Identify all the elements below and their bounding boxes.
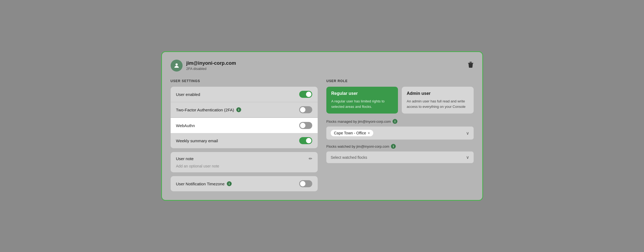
regular-user-title: Regular user bbox=[331, 91, 393, 96]
note-placeholder: Add an optional user note bbox=[176, 164, 313, 168]
two-factor-label: Two-Factor Authentication (2FA) i bbox=[176, 107, 241, 112]
flocks-managed-info-icon[interactable]: i bbox=[393, 119, 397, 124]
flocks-watched-section: Flocks watched by jim@inyoni-corp.com i … bbox=[326, 144, 474, 163]
left-panel: USER SETTINGS User enabled Two-Factor Au… bbox=[171, 79, 318, 191]
webauthn-toggle[interactable] bbox=[299, 122, 312, 129]
toggle-knob bbox=[300, 123, 305, 128]
right-panel: USER ROLE Regular user A regular user ha… bbox=[326, 79, 474, 191]
admin-user-desc: An admin user has full read and write ac… bbox=[407, 99, 468, 109]
timezone-label: User Notification Timezone i bbox=[176, 181, 232, 186]
two-factor-info-icon[interactable]: i bbox=[236, 107, 241, 112]
main-content: USER SETTINGS User enabled Two-Factor Au… bbox=[171, 79, 474, 191]
avatar bbox=[171, 60, 183, 72]
flocks-watched-placeholder: Select watched flocks bbox=[331, 155, 367, 160]
webauthn-row: WebAuthn bbox=[171, 118, 318, 133]
timezone-info-icon[interactable]: i bbox=[227, 181, 232, 186]
svg-rect-2 bbox=[470, 62, 472, 63]
flocks-watched-label: Flocks watched by jim@inyoni-corp.com i bbox=[326, 144, 474, 149]
user-enabled-toggle[interactable] bbox=[299, 91, 312, 98]
weekly-email-row: Weekly summary email bbox=[171, 133, 318, 148]
user-email: jim@inyoni-corp.com bbox=[186, 60, 236, 66]
timezone-card: User Notification Timezone i bbox=[171, 176, 318, 191]
note-header: User note ✏ bbox=[176, 156, 313, 161]
flocks-watched-dropdown[interactable]: Select watched flocks ∨ bbox=[326, 151, 474, 163]
flocks-managed-tags: Cape Town - Office × bbox=[331, 130, 373, 136]
user-enabled-row: User enabled bbox=[171, 87, 318, 102]
main-window: jim@inyoni-corp.com 2FA disabled USER SE… bbox=[161, 51, 483, 201]
note-label: User note bbox=[176, 156, 194, 161]
flocks-managed-chevron-icon: ∨ bbox=[466, 131, 469, 136]
settings-card: User enabled Two-Factor Authentication (… bbox=[171, 87, 318, 148]
admin-user-card[interactable]: Admin user An admin user has full read a… bbox=[402, 87, 473, 114]
user-settings-title: USER SETTINGS bbox=[171, 79, 318, 83]
flocks-watched-chevron-icon: ∨ bbox=[466, 155, 469, 160]
weekly-email-label: Weekly summary email bbox=[176, 138, 218, 143]
weekly-email-toggle[interactable] bbox=[299, 137, 312, 144]
regular-user-desc: A regular user has limited rights to sel… bbox=[331, 99, 393, 109]
twofa-status: 2FA disabled bbox=[186, 67, 236, 71]
user-role-title: USER ROLE bbox=[326, 79, 474, 83]
header-left: jim@inyoni-corp.com 2FA disabled bbox=[171, 60, 236, 72]
flocks-managed-label: Flocks managed by jim@inyoni-corp.com i bbox=[326, 119, 474, 124]
header: jim@inyoni-corp.com 2FA disabled bbox=[171, 60, 474, 72]
user-enabled-label: User enabled bbox=[176, 92, 200, 97]
toggle-knob bbox=[300, 107, 305, 112]
user-info: jim@inyoni-corp.com 2FA disabled bbox=[186, 60, 236, 71]
svg-rect-1 bbox=[468, 63, 473, 63]
flocks-managed-section: Flocks managed by jim@inyoni-corp.com i … bbox=[326, 119, 474, 140]
delete-user-button[interactable] bbox=[468, 62, 474, 70]
edit-note-icon[interactable]: ✏ bbox=[309, 156, 312, 161]
flock-tag-label: Cape Town - Office bbox=[334, 131, 366, 135]
timezone-toggle[interactable] bbox=[299, 180, 312, 187]
toggle-knob bbox=[306, 92, 311, 97]
webauthn-label: WebAuthn bbox=[176, 123, 195, 128]
two-factor-row: Two-Factor Authentication (2FA) i bbox=[171, 102, 318, 118]
two-factor-toggle[interactable] bbox=[299, 106, 312, 113]
user-note-card: User note ✏ Add an optional user note bbox=[171, 152, 318, 172]
flocks-managed-dropdown[interactable]: Cape Town - Office × ∨ bbox=[326, 127, 474, 140]
flock-tag: Cape Town - Office × bbox=[331, 130, 373, 136]
flock-tag-remove[interactable]: × bbox=[368, 131, 370, 135]
flocks-watched-info-icon[interactable]: i bbox=[391, 144, 396, 149]
toggle-knob bbox=[300, 181, 305, 186]
admin-user-title: Admin user bbox=[407, 91, 468, 96]
toggle-knob bbox=[306, 138, 311, 143]
regular-user-card[interactable]: Regular user A regular user has limited … bbox=[326, 87, 398, 114]
svg-point-0 bbox=[176, 63, 178, 66]
role-container: Regular user A regular user has limited … bbox=[326, 87, 474, 114]
